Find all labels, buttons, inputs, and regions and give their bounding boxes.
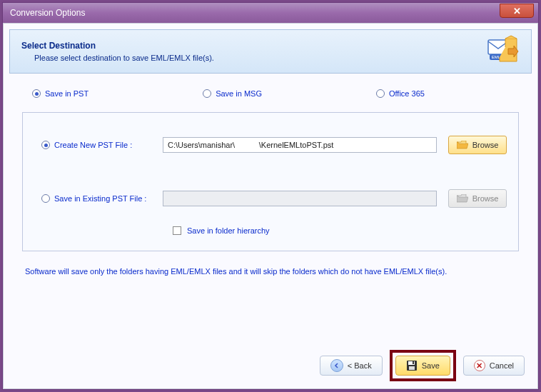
button-label: Save [422,361,440,370]
radio-label: Office 365 [389,89,425,98]
cancel-button[interactable]: ✕ Cancel [463,356,525,376]
close-icon: ✕ [513,6,521,16]
window-title: Conversion Options [10,8,85,18]
header-title: Select Destination [21,41,485,51]
radio-label: Save in Existing PST File : [54,194,146,203]
browse-new-pst-button[interactable]: Browse [448,136,507,154]
radio-icon [203,89,211,98]
radio-label: Save in PST [45,89,89,98]
title-bar: Conversion Options ✕ [3,3,538,23]
back-button[interactable]: < Back [320,356,383,376]
button-label: Cancel [490,361,514,370]
existing-row: Save in Existing PST File : Browse [23,171,518,225]
radio-icon [32,89,41,98]
header-subtitle: Please select destination to save EML/EM… [34,54,485,62]
button-label: Browse [472,141,499,149]
header-band: Select Destination Please select destina… [9,29,532,74]
close-button[interactable]: ✕ [500,4,534,18]
radio-label: Save in MSG [216,89,262,98]
button-label: Browse [472,194,499,203]
checkbox-label: Save in folder hierarchy [187,226,270,235]
hierarchy-checkbox-row[interactable]: Save in folder hierarchy [23,225,518,245]
radio-label: Create New PST File : [54,141,132,149]
pst-options-panel: Create New PST File : Browse [22,112,519,251]
cancel-x-icon: ✕ [474,360,485,371]
radio-save-pst[interactable]: Save in PST [32,89,89,98]
footer-buttons: < Back Save ✕ Cancel [320,350,525,381]
svg-rect-6 [413,361,414,364]
checkbox-icon [173,226,181,235]
radio-icon [41,194,50,203]
existing-pst-path-input [163,191,437,206]
new-pst-path-input[interactable] [163,137,437,153]
button-label: < Back [348,361,372,370]
save-button[interactable]: Save [395,356,450,376]
folder-open-icon [457,141,468,149]
save-highlight-frame: Save [390,350,456,381]
radio-existing-pst[interactable]: Save in Existing PST File : [41,194,146,203]
create-new-row: Create New PST File : Browse [23,119,518,171]
dialog-window: Conversion Options ✕ Select Destination … [2,2,539,390]
radio-icon [41,141,50,149]
floppy-disk-icon [406,360,418,371]
format-radio-group: Save in PST Save in MSG Office 365 [4,74,537,109]
radio-office-365[interactable]: Office 365 [376,89,425,98]
browse-existing-pst-button: Browse [448,189,507,208]
folder-open-icon [457,194,468,203]
svg-rect-5 [409,366,415,370]
dialog-body: Select Destination Please select destina… [3,23,538,389]
eml-export-icon: EML [485,34,520,69]
arrow-left-icon [330,359,343,372]
info-note: Software will save only the folders havi… [4,251,537,276]
radio-icon [376,89,385,98]
radio-save-msg[interactable]: Save in MSG [203,89,262,98]
radio-create-new-pst[interactable]: Create New PST File : [41,141,132,149]
